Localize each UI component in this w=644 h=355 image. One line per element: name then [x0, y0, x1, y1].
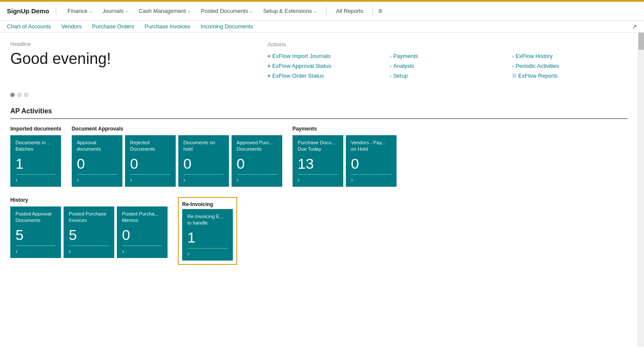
plus-icon: + [268, 53, 271, 59]
tile-documents-batches[interactable]: Documents in ... Batches 1 › [10, 135, 61, 187]
tile-value: 13 [298, 156, 338, 171]
chevron-down-icon: ⌄ [313, 9, 317, 13]
arrow-icon: › [390, 54, 392, 59]
subnav-purchase-orders[interactable]: Purchase Orders [92, 23, 134, 30]
dot-1[interactable] [10, 93, 15, 97]
action-analysis[interactable]: › Analysis [390, 62, 506, 70]
group-history-label: History [10, 197, 168, 203]
nav-divider-2 [372, 7, 373, 15]
action-exflow-order[interactable]: + ExFlow Order Status [268, 72, 383, 80]
tile-title: Documents in ... Batches [15, 140, 56, 152]
subnav-purchase-invoices[interactable]: Purchase Invoices [145, 23, 190, 30]
expand-icon[interactable]: ↗ [632, 23, 637, 30]
tile-divider [298, 174, 338, 175]
dot-2[interactable] [17, 93, 21, 97]
tile-divider [183, 174, 224, 175]
actions-section: Actions + ExFlow Import Journals › Payme… [268, 41, 628, 80]
dot-3[interactable] [24, 93, 28, 97]
tile-arrow-icon: › [69, 248, 109, 255]
scrollbar-track[interactable] [638, 33, 644, 347]
tile-divider [237, 174, 277, 175]
tile-arrow-icon: › [15, 248, 56, 255]
tile-value: 1 [187, 230, 228, 245]
brand-name: SignUp Demo [7, 7, 56, 15]
tile-title: Vendors - Pay... on Hold [351, 140, 391, 152]
group-reinvoicing-label: Re-Invoicing [182, 201, 233, 207]
group-payments-label: Payments [293, 126, 397, 132]
nav-all-reports[interactable]: All Reports [332, 6, 368, 16]
history-row: History Posted Approval Documents 5 › Po… [10, 197, 628, 265]
nav-menu: Finance ⌄ Journals ⌄ Cash Management ⌄ P… [63, 6, 637, 16]
content-wrapper: Headline Good evening! Actions + ExFlow … [0, 33, 644, 347]
tile-rejected-documents[interactable]: Rejected Documents 0 › [125, 135, 176, 187]
action-exflow-history[interactable]: › ExFlow History [512, 52, 628, 60]
group-imported-label: Imported documents [10, 126, 61, 132]
tile-posted-purchase-invoices[interactable]: Posted Purchase Invoices 5 › [64, 206, 114, 258]
nav-journals[interactable]: Journals ⌄ [98, 6, 133, 16]
nav-divider [326, 7, 327, 15]
tile-divider [122, 246, 162, 246]
nav-posted-documents[interactable]: Posted Documents ⌄ [197, 6, 257, 16]
tile-posted-purchase-memos[interactable]: Posted Purcha... Memos 0 › [117, 206, 168, 258]
tile-reinvoicing[interactable]: Re-Invoicing E... to handle 1 › [182, 209, 233, 261]
nav-finance[interactable]: Finance ⌄ [63, 6, 96, 16]
tile-divider [77, 174, 117, 175]
tile-arrow-icon: › [130, 176, 171, 183]
tile-arrow-icon: › [237, 176, 277, 183]
nav-setup-extensions[interactable]: Setup & Extensions ⌄ [259, 6, 320, 16]
action-setup[interactable]: › Setup [390, 72, 506, 80]
tile-title: Approval documents [77, 140, 117, 152]
tile-value: 0 [77, 156, 117, 171]
subnav-chart-of-accounts[interactable]: Chart of Accounts [7, 23, 51, 30]
arrow-icon: › [390, 64, 392, 69]
activity-groups: Imported documents Documents in ... Batc… [10, 126, 628, 187]
tile-title: Re-Invoicing E... to handle [187, 213, 228, 226]
arrow-icon: › [512, 64, 514, 69]
tile-value: 5 [69, 228, 109, 242]
action-exflow-import[interactable]: + ExFlow Import Journals [268, 52, 383, 60]
tile-title: Purchase Docu... Due Today [298, 140, 338, 152]
action-periodic-activities[interactable]: › Periodic Activities [512, 62, 628, 70]
plus-icon: + [268, 63, 271, 69]
tile-arrow-icon: › [187, 250, 228, 257]
subnav-incoming-documents[interactable]: Incoming Documents [201, 23, 253, 30]
actions-grid: + ExFlow Import Journals › Payments › Ex… [268, 52, 628, 80]
tile-title: Posted Purchase Invoices [69, 211, 109, 224]
tile-divider [69, 246, 109, 246]
subnav-vendors[interactable]: Vendors [61, 23, 82, 30]
hamburger-menu[interactable]: ≡ [378, 7, 382, 15]
tile-approved-purchase[interactable]: Approved Purc... Documents 0 › [232, 135, 282, 187]
tile-arrow-icon: › [298, 176, 338, 183]
tile-divider [15, 174, 56, 175]
action-exflow-approval[interactable]: + ExFlow Approval Status [268, 62, 383, 70]
chevron-down-icon: ⌄ [89, 9, 92, 13]
tile-posted-approval-docs[interactable]: Posted Approval Documents 5 › [10, 206, 61, 258]
tile-divider [130, 174, 171, 175]
tile-value: 0 [237, 156, 277, 171]
tile-value: 0 [122, 228, 162, 242]
nav-cash-management[interactable]: Cash Management ⌄ [134, 6, 195, 16]
ap-activities-title: AP Activities [10, 107, 628, 115]
action-payments[interactable]: › Payments [390, 52, 506, 60]
history-cards-row: Posted Approval Documents 5 › Posted Pur… [10, 206, 168, 258]
tile-divider [15, 246, 56, 246]
tile-title: Posted Approval Documents [15, 211, 56, 224]
tile-title: Approved Purc... Documents [237, 140, 277, 152]
tile-value: 5 [15, 228, 56, 242]
tile-value: 1 [15, 156, 56, 171]
group-history: History Posted Approval Documents 5 › Po… [10, 197, 168, 265]
action-exflow-reports[interactable]: ☷ ExFlow Reports [512, 72, 628, 80]
tile-documents-on-hold[interactable]: Documents on hold 0 › [178, 135, 229, 187]
tile-divider [351, 174, 391, 175]
tile-vendors-pay-hold[interactable]: Vendors - Pay... on Hold 0 › [346, 135, 397, 187]
section-divider [10, 118, 628, 119]
scrollbar-thumb[interactable] [638, 33, 644, 50]
reinvoicing-section: Re-Invoicing Re-Invoicing E... to handle… [178, 197, 237, 265]
arrow-icon: › [512, 54, 514, 59]
tile-approval-documents[interactable]: Approval documents 0 › [72, 135, 122, 187]
actions-title: Actions [268, 41, 628, 48]
tile-purchase-due-today[interactable]: Purchase Docu... Due Today 13 › [293, 135, 343, 187]
approvals-cards-row: Approval documents 0 › Rejected Document… [72, 135, 282, 187]
subnav: Chart of Accounts Vendors Purchase Order… [0, 21, 644, 33]
plus-icon: + [268, 73, 271, 79]
